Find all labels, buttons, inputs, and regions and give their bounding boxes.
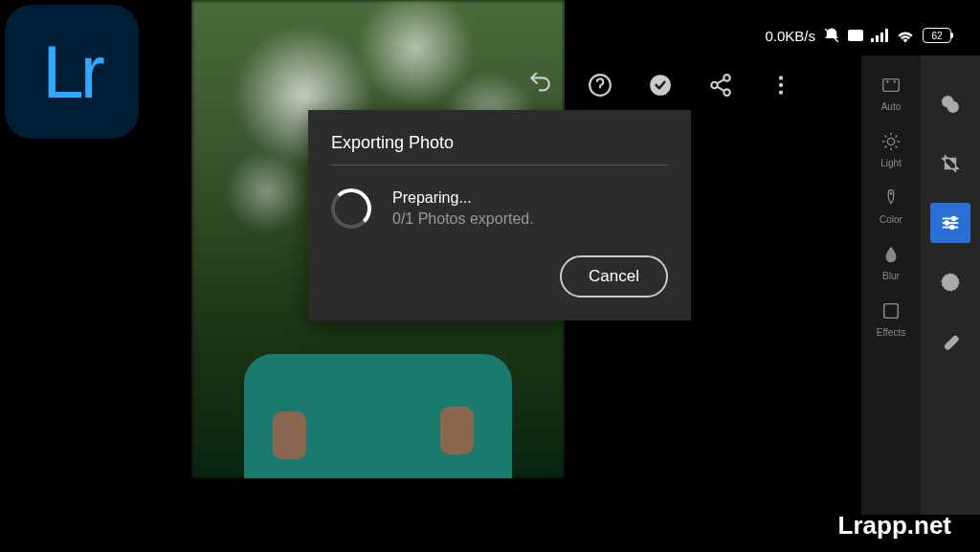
loading-spinner-icon: [331, 188, 371, 229]
svg-line-11: [717, 79, 724, 83]
done-button[interactable]: [647, 72, 674, 99]
svg-line-27: [896, 136, 898, 138]
light-tool[interactable]: Light: [861, 125, 921, 174]
crop-tool[interactable]: [930, 144, 970, 184]
svg-point-17: [886, 80, 888, 82]
svg-rect-1: [848, 30, 863, 41]
svg-point-14: [779, 83, 783, 87]
detail-tool[interactable]: [930, 262, 970, 302]
blur-tool[interactable]: Blur: [861, 238, 921, 287]
edit-categories-panel: Auto Light Color Blur Effects: [861, 55, 921, 515]
svg-line-24: [885, 136, 887, 138]
svg-point-13: [779, 76, 783, 79]
svg-line-26: [885, 146, 887, 148]
svg-rect-16: [883, 79, 900, 92]
svg-point-8: [724, 75, 730, 81]
svg-rect-4: [880, 33, 883, 42]
more-button[interactable]: [768, 72, 794, 99]
svg-line-25: [896, 146, 898, 148]
battery-indicator: 62: [923, 28, 951, 43]
healing-tool[interactable]: [930, 321, 970, 362]
top-toolbar: [526, 72, 794, 99]
edit-tools-panel: [921, 55, 980, 515]
svg-rect-41: [945, 336, 960, 351]
signal-icon: [871, 29, 888, 42]
svg-point-28: [890, 192, 893, 195]
svg-rect-3: [876, 35, 879, 42]
help-button[interactable]: [587, 72, 613, 99]
svg-point-15: [779, 90, 783, 94]
color-tool[interactable]: Color: [861, 182, 921, 231]
share-button[interactable]: [707, 72, 734, 99]
svg-point-9: [711, 82, 718, 89]
svg-point-40: [947, 279, 953, 285]
adjust-tool[interactable]: [930, 203, 970, 243]
svg-rect-29: [884, 304, 899, 319]
svg-point-38: [950, 226, 954, 230]
watermark: Lrapp.net: [838, 511, 951, 541]
auto-tool[interactable]: Auto: [861, 69, 921, 118]
undo-button[interactable]: [526, 72, 553, 99]
presets-tool[interactable]: [930, 84, 970, 124]
network-speed: 0.0KB/s: [765, 28, 815, 44]
export-status: Preparing...: [392, 189, 534, 207]
svg-point-36: [952, 217, 956, 221]
effects-tool[interactable]: Effects: [861, 295, 921, 343]
export-progress: 0/1 Photos exported.: [392, 210, 534, 228]
modal-title: Exporting Photo: [331, 133, 668, 166]
svg-rect-30: [884, 304, 899, 319]
svg-rect-5: [885, 29, 888, 42]
svg-point-19: [887, 138, 894, 144]
dnd-icon: [823, 27, 840, 44]
lightroom-app-icon: Lr: [5, 5, 139, 139]
svg-point-10: [724, 89, 730, 96]
svg-point-32: [947, 101, 958, 112]
svg-rect-2: [871, 38, 874, 42]
export-modal: Exporting Photo Preparing... 0/1 Photos …: [308, 110, 691, 320]
cancel-button[interactable]: Cancel: [560, 255, 668, 298]
svg-line-12: [717, 87, 724, 91]
wifi-icon: [896, 28, 915, 43]
svg-point-18: [894, 80, 896, 82]
volte-icon: [848, 30, 863, 41]
status-bar: 0.0KB/s 62: [765, 27, 951, 44]
svg-point-37: [946, 221, 949, 225]
